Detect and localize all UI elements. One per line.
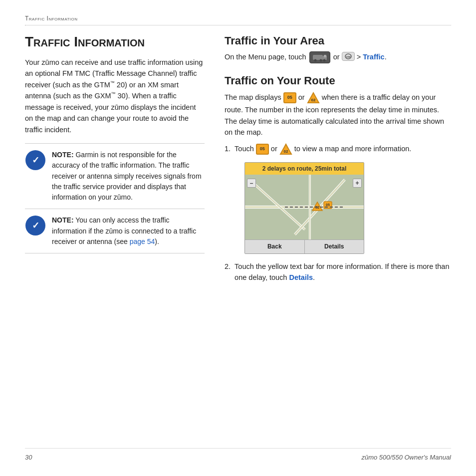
left-column: Traffic Information Your zūmo can receiv…	[25, 34, 205, 443]
step-2: 2. Touch the yellow text bar for more in…	[225, 261, 451, 283]
svg-text:✓: ✓	[32, 155, 39, 165]
svg-point-8	[319, 59, 322, 62]
svg-point-7	[314, 59, 316, 62]
svg-text:05: 05	[326, 203, 330, 207]
traffic-route-para: The map displays 05 or 02 when there is …	[225, 91, 451, 138]
svg-text:02: 02	[311, 98, 315, 102]
xm-icon-btn[interactable]: XM	[342, 52, 355, 61]
or-text-1: or	[333, 53, 340, 61]
step-2-num: 2.	[225, 261, 231, 272]
map-top-bar: 2 delays on route, 25min total	[245, 163, 364, 175]
step-1-num: 1.	[225, 143, 231, 154]
map-details-btn[interactable]: Details	[305, 240, 364, 253]
page-54-link[interactable]: page 54	[130, 238, 155, 245]
map-zoom-in-btn[interactable]: +	[353, 179, 362, 188]
map-bottom-bar: Back Details	[245, 239, 364, 253]
delay-icon-square: 05	[283, 91, 296, 104]
delay-icon-triangle: 02	[307, 91, 320, 104]
content-area: Traffic Information Your zūmo can receiv…	[25, 34, 451, 443]
breadcrumb-text: Traffic Information	[25, 15, 78, 22]
step1-delay-icon-triangle: 02	[279, 143, 292, 155]
note-box-2: ✓ NOTE: You can only access the traffic …	[25, 209, 205, 253]
or-text-2: or	[298, 93, 307, 101]
section-traffic-route-title: Traffic on Your Route	[225, 74, 451, 87]
note-1-text: NOTE: Garmin is not responsible for the …	[52, 150, 205, 203]
intro-paragraph: Your zūmo can receive and use traffic in…	[25, 57, 205, 135]
svg-rect-6	[324, 55, 326, 57]
traffic-area-para: On the Menu page, touch or	[225, 51, 451, 63]
map-zoom-out-btn[interactable]: –	[247, 179, 256, 188]
note-2-label: NOTE:	[52, 216, 74, 224]
step-1-text: Touch 05 or 02 to view a map and more in…	[235, 143, 411, 155]
details-link[interactable]: Details	[289, 273, 313, 281]
map-roads-svg: 02 05	[245, 175, 364, 239]
note-icon-1: ✓	[25, 150, 46, 171]
svg-text:XM: XM	[346, 55, 350, 58]
breadcrumb: Traffic Information	[25, 15, 451, 25]
svg-text:✓: ✓	[32, 221, 39, 231]
note-1-label: NOTE:	[52, 151, 74, 159]
step-2-text: Touch the yellow text bar for more infor…	[235, 261, 451, 283]
note-icon-2: ✓	[25, 215, 46, 236]
main-title: Traffic Information	[25, 34, 205, 50]
svg-text:02: 02	[283, 149, 288, 154]
manual-name: zūmo 500/550 Owner's Manual	[361, 454, 451, 461]
note-box-1: ✓ NOTE: Garmin is not responsible for th…	[25, 143, 205, 209]
section-traffic-area-title: Traffic in Your Area	[225, 34, 451, 47]
traffic-truck-icon-btn[interactable]	[309, 51, 330, 63]
map-screenshot-container: 2 delays on route, 25min total	[225, 162, 451, 254]
map-back-btn[interactable]: Back	[245, 240, 305, 253]
step1-delay-icon-square: 05	[256, 144, 269, 155]
map-body: 02 05 – +	[245, 175, 364, 239]
step-1: 1. Touch 05 or 02 to view a map and more…	[225, 143, 451, 155]
page-footer: 30 zūmo 500/550 Owner's Manual	[25, 448, 451, 461]
note-2-text: NOTE: You can only access the traffic in…	[52, 215, 205, 247]
svg-rect-4	[313, 55, 323, 60]
map-controls-left: –	[247, 179, 256, 188]
svg-point-9	[323, 59, 325, 62]
step-1-or: or	[271, 145, 279, 153]
traffic-link[interactable]: Traffic	[363, 53, 385, 61]
map-screenshot: 2 delays on route, 25min total	[244, 162, 364, 254]
steps-list: 1. Touch 05 or 02 to view a map and more…	[225, 143, 451, 283]
page-number: 30	[25, 454, 32, 461]
right-column: Traffic in Your Area On the Menu page, t…	[225, 34, 451, 443]
